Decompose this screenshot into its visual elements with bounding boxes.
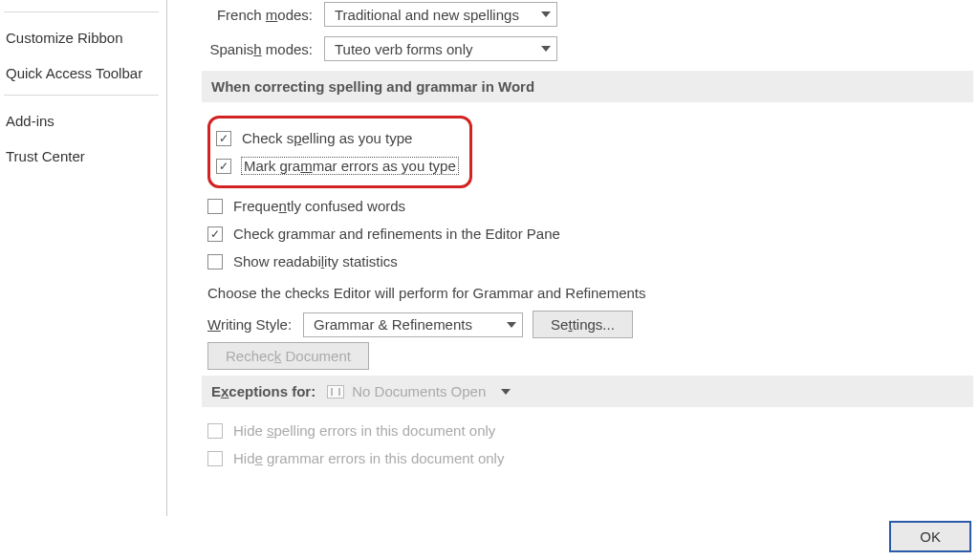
french-modes-label: French modes:	[202, 7, 324, 23]
hide-grammar-errors-checkbox	[207, 451, 223, 466]
sidebar-item-quick-access-toolbar[interactable]: Quick Access Toolbar	[0, 55, 166, 91]
hide-spelling-errors-checkbox	[207, 423, 223, 439]
choose-checks-text: Choose the checks Editor will perform fo…	[207, 275, 973, 307]
hide-spelling-errors-label: Hide spelling errors in this document on…	[233, 422, 495, 439]
hide-grammar-errors-label: Hide grammar errors in this document onl…	[233, 450, 504, 466]
mark-grammar-errors-label: Mark grammar errors as you type	[242, 158, 458, 174]
exceptions-document-dropdown[interactable]: No Documents Open	[327, 383, 511, 399]
spanish-modes-label: Spanish modes:	[202, 41, 324, 57]
settings-button[interactable]: Settings...	[533, 311, 633, 338]
mark-grammar-errors-checkbox[interactable]	[216, 159, 231, 174]
check-grammar-editor-pane-checkbox[interactable]	[207, 226, 223, 242]
options-sidebar: Customize Ribbon Quick Access Toolbar Ad…	[0, 0, 167, 516]
ok-button[interactable]: OK	[889, 521, 971, 552]
check-spelling-as-you-type-label: Check spelling as you type	[242, 130, 412, 146]
recheck-document-button: Recheck Document	[207, 342, 369, 370]
chevron-down-icon	[541, 46, 551, 52]
highlight-callout: Check spelling as you type Mark grammar …	[207, 116, 472, 188]
spanish-modes-dropdown[interactable]: Tuteo verb forms only	[324, 36, 557, 61]
writing-style-label: Writing Style:	[207, 316, 292, 333]
sidebar-item-customize-ribbon[interactable]: Customize Ribbon	[0, 20, 166, 55]
check-grammar-editor-pane-label: Check grammar and refinements in the Edi…	[233, 226, 560, 242]
frequently-confused-words-label: Frequently confused words	[233, 198, 405, 214]
main-panel: French modes: Traditional and new spelli…	[167, 0, 979, 516]
french-modes-dropdown[interactable]: Traditional and new spellings	[324, 2, 557, 27]
check-spelling-as-you-type-checkbox[interactable]	[216, 131, 231, 146]
writing-style-dropdown[interactable]: Grammar & Refinements	[303, 312, 523, 337]
section-header-correcting: When correcting spelling and grammar in …	[202, 71, 973, 102]
exceptions-for-header: Exceptions for: No Documents Open	[202, 376, 973, 407]
frequently-confused-words-checkbox[interactable]	[207, 199, 223, 214]
sidebar-item-trust-center[interactable]: Trust Center	[0, 139, 166, 174]
document-icon	[327, 385, 344, 398]
chevron-down-icon	[501, 389, 511, 395]
show-readability-checkbox[interactable]	[207, 254, 223, 269]
chevron-down-icon	[541, 11, 551, 17]
sidebar-item-add-ins[interactable]: Add-ins	[0, 103, 166, 139]
chevron-down-icon	[507, 322, 516, 328]
show-readability-label: Show readability statistics	[233, 253, 398, 269]
